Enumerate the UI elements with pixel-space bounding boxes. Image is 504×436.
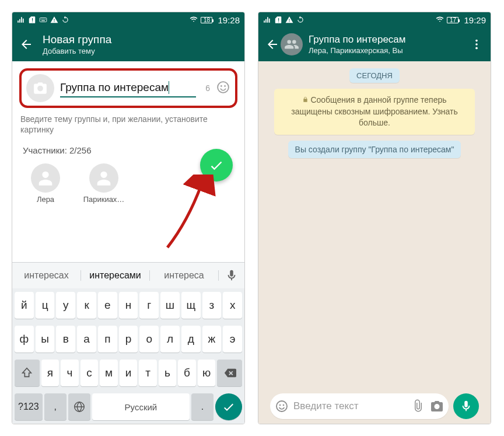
- letter-key[interactable]: ф: [15, 326, 34, 353]
- wifi-icon: [190, 16, 198, 24]
- phone-right: 17 19:29 Группа по интересам Лера, Парик…: [258, 12, 491, 424]
- letter-key[interactable]: й: [15, 292, 34, 319]
- check-icon: [208, 157, 225, 173]
- letter-key[interactable]: х: [223, 292, 242, 319]
- emoji-icon[interactable]: [275, 399, 289, 413]
- keyboard-row: ячсмитьбю: [12, 356, 244, 390]
- battery-indicator: 17: [447, 17, 459, 23]
- member-item[interactable]: Лера: [25, 163, 66, 204]
- sim-alert-icon: [28, 16, 36, 24]
- group-avatar[interactable]: [281, 33, 303, 55]
- sync-icon: [296, 16, 304, 24]
- voice-record-button[interactable]: [453, 393, 479, 419]
- letter-key[interactable]: л: [160, 326, 180, 353]
- letter-key[interactable]: ж: [202, 326, 222, 353]
- letter-key[interactable]: у: [56, 292, 75, 319]
- attach-icon[interactable]: [411, 399, 425, 413]
- letter-key[interactable]: н: [119, 292, 138, 319]
- period-key[interactable]: .: [191, 393, 214, 420]
- letter-key[interactable]: б: [178, 360, 196, 386]
- letter-key[interactable]: п: [98, 326, 117, 353]
- suggestion-item[interactable]: интересах: [12, 270, 81, 281]
- letter-key[interactable]: о: [139, 326, 159, 353]
- emoji-button[interactable]: [216, 80, 230, 97]
- group-name-highlight: Группа по интересам 6: [19, 68, 237, 108]
- keyboard-row: йцукенгшщзх: [12, 288, 244, 322]
- more-vert-icon: [470, 38, 483, 51]
- group-photo-button[interactable]: [26, 74, 54, 102]
- header-title: Новая группа: [43, 33, 239, 46]
- letter-key[interactable]: р: [119, 326, 138, 353]
- member-name: Лера: [37, 195, 54, 204]
- letter-key[interactable]: г: [139, 292, 159, 319]
- letter-key[interactable]: ч: [61, 360, 79, 386]
- status-bar: 18 19:28: [12, 12, 244, 27]
- letter-key[interactable]: ы: [36, 326, 55, 353]
- backspace-key[interactable]: [217, 360, 242, 386]
- svg-point-6: [218, 82, 229, 93]
- lock-icon: [302, 96, 309, 103]
- space-key[interactable]: Русский: [92, 393, 190, 420]
- member-item[interactable]: Парикиах…: [83, 163, 124, 204]
- member-name: Парикиах…: [83, 195, 125, 204]
- wifi-icon: [436, 16, 444, 24]
- letter-key[interactable]: щ: [181, 292, 201, 319]
- back-button[interactable]: [18, 36, 34, 53]
- letter-key[interactable]: з: [202, 292, 222, 319]
- svg-rect-5: [41, 20, 45, 21]
- camera-icon[interactable]: [430, 399, 444, 413]
- voice-input-button[interactable]: [219, 269, 244, 282]
- battery-indicator: 18: [201, 17, 212, 23]
- numeric-key[interactable]: ?123: [15, 393, 43, 420]
- message-composer: Введите текст: [265, 389, 484, 424]
- enter-key[interactable]: [215, 393, 242, 420]
- letter-key[interactable]: е: [98, 292, 117, 319]
- svg-rect-2: [42, 19, 43, 19]
- letter-key[interactable]: э: [223, 326, 242, 353]
- letter-key[interactable]: ш: [160, 292, 180, 319]
- letter-key[interactable]: в: [56, 326, 75, 353]
- system-message: Вы создали группу "Группа по интересам": [288, 141, 461, 158]
- svg-point-12: [475, 47, 478, 50]
- group-name-field[interactable]: Группа по интересам: [60, 79, 196, 98]
- keyboard: интересах интересами интереса йцукенгшщз…: [12, 262, 244, 424]
- warning-icon: [285, 16, 293, 24]
- letter-key[interactable]: я: [41, 360, 60, 386]
- letter-key[interactable]: а: [77, 326, 96, 353]
- letter-key[interactable]: к: [77, 292, 96, 319]
- mic-icon: [460, 400, 473, 413]
- letter-key[interactable]: и: [120, 360, 138, 386]
- suggestion-item[interactable]: интереса: [150, 270, 219, 281]
- letter-key[interactable]: м: [100, 360, 118, 386]
- svg-point-8: [224, 85, 226, 87]
- chat-body[interactable]: СЕГОДНЯ Сообщения в данной группе теперь…: [258, 61, 491, 424]
- clock: 19:29: [464, 15, 486, 25]
- language-key[interactable]: [68, 393, 90, 420]
- date-pill: СЕГОДНЯ: [349, 68, 400, 83]
- signal-icon: [263, 16, 271, 24]
- back-button[interactable]: [264, 36, 281, 53]
- sim-alert-icon: [274, 16, 282, 24]
- letter-key[interactable]: ь: [159, 360, 177, 386]
- sync-icon: [61, 16, 69, 24]
- suggestion-item[interactable]: интересами: [81, 270, 150, 281]
- arrow-back-icon: [265, 37, 279, 51]
- letter-key[interactable]: с: [80, 360, 99, 386]
- encryption-notice[interactable]: Сообщения в данной группе теперь защищен…: [274, 89, 475, 135]
- comma-key[interactable]: ,: [44, 393, 66, 420]
- menu-button[interactable]: [468, 36, 485, 53]
- letter-key[interactable]: ц: [36, 292, 55, 319]
- confirm-fab[interactable]: [200, 149, 233, 182]
- keyboard-row: ?123 , Русский .: [12, 390, 244, 424]
- keyboard-icon: [39, 16, 47, 24]
- letter-key[interactable]: д: [181, 326, 201, 353]
- svg-rect-4: [45, 19, 46, 19]
- chat-header[interactable]: Группа по интересам Лера, Парикиахерская…: [258, 27, 491, 61]
- letter-key[interactable]: т: [139, 360, 157, 386]
- message-input[interactable]: Введите текст: [270, 393, 449, 419]
- letter-key[interactable]: ю: [198, 360, 216, 386]
- phone-left: 18 19:28 Новая группа Добавить тему Груп…: [12, 12, 245, 424]
- arrow-back-icon: [19, 37, 33, 51]
- svg-point-11: [475, 43, 478, 46]
- shift-key[interactable]: [15, 360, 40, 386]
